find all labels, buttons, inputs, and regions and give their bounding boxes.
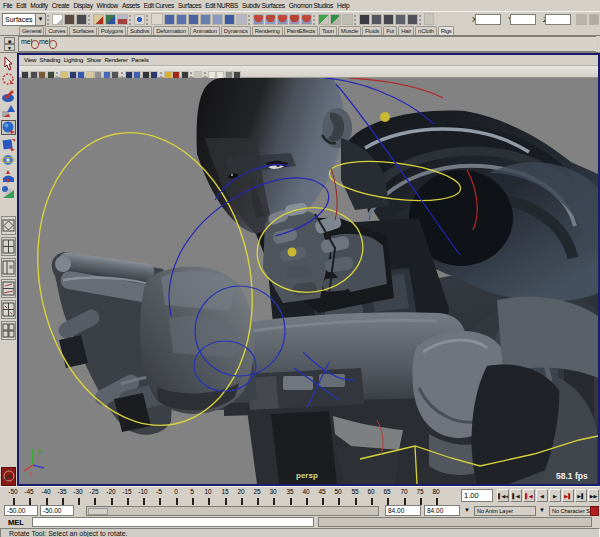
svg-text:persp: persp xyxy=(296,471,318,480)
svg-text:x: x xyxy=(29,470,33,477)
svg-text:58.1 fps: 58.1 fps xyxy=(556,471,588,481)
svg-text:y: y xyxy=(38,447,42,455)
